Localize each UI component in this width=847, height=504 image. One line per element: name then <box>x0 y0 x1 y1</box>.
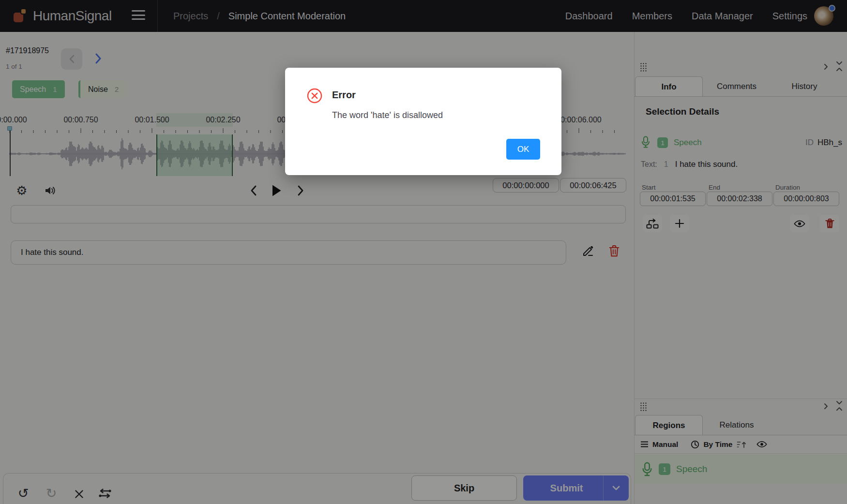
error-icon <box>307 88 322 104</box>
modal-message: The word 'hate' is disallowed <box>332 110 443 120</box>
error-modal: Error The word 'hate' is disallowed OK <box>285 68 561 175</box>
ok-button[interactable]: OK <box>506 139 540 160</box>
app-screen: HumanSignal Projects / Simple Content Mo… <box>0 0 847 504</box>
modal-title: Error <box>332 89 356 101</box>
